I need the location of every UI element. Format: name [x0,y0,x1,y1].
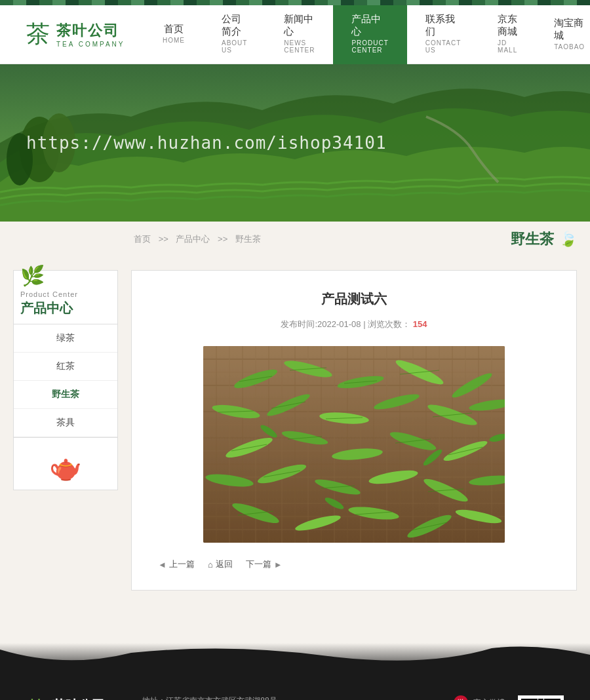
logo-text: 茶叶公司 TEA COMPANY [56,21,125,48]
main-nav: 首页 HOME 公司简介 ABOUT US 新闻中心 NEWS CENTER 产… [144,5,590,64]
sidebar-label-cn: 产品中心 [20,300,111,317]
logo-tea-icon: 茶 [26,18,50,50]
sidebar-header: 🌿 Product Center 产品中心 [13,270,118,324]
article-title: 产品测试六 [158,290,550,308]
qr-code [518,695,564,700]
back-icon: ⌂ [208,560,213,570]
footer-logo-icon: 茶 [26,695,46,700]
hero-banner: https://www.huzhan.com/ishop34101 [0,64,590,222]
page-category-title: 野生茶 [511,229,554,249]
hero-url-text: https://www.huzhan.com/ishop34101 [26,133,387,153]
back-link[interactable]: ⌂ 返回 [208,558,233,570]
footer-right: 微 官方微博 信 官方微信 ☎ 联系我们 [454,695,564,700]
nav-product[interactable]: 产品中心 PRODUCT CENTER [333,5,406,64]
prev-label: 上一篇 [169,558,195,570]
footer-transition [0,643,590,676]
sidebar-menu: 绿茶 红茶 野生茶 茶具 [13,324,118,438]
article-content: 产品测试六 发布时间:2022-01-08 | 浏览次数： 154 [131,270,577,591]
next-arrow-icon: ► [274,560,283,570]
sidebar-item-wild-tea[interactable]: 野生茶 [14,381,117,409]
back-label: 返回 [216,558,233,570]
breadcrumb: 首页 >> 产品中心 >> 野生茶 [131,233,264,245]
sidebar-item-tea-ware[interactable]: 茶具 [14,409,117,437]
site-footer: 茶 茶叶公司 TEA COMPANY 地址：江苏省南京市玄武区玄武湖88号 电话… [0,676,590,700]
main-layout: 🌿 Product Center 产品中心 绿茶 红茶 野生茶 茶具 🫖 产品测… [0,257,590,604]
prev-article-link[interactable]: ◄ 上一篇 [158,558,195,570]
article-image [203,346,505,543]
article-views-label: 浏览次数： [368,319,410,329]
article-date: 发布时间:2022-01-08 [281,319,361,329]
weibo-label: 官方微博 [473,697,505,701]
leaf-decoration-icon: 🍃 [559,231,577,248]
site-header: 茶 茶叶公司 TEA COMPANY 首页 HOME 公司简介 ABOUT US… [0,5,590,64]
sidebar-item-red-tea[interactable]: 红茶 [14,353,117,381]
breadcrumb-right: 野生茶 🍃 [511,229,577,249]
footer-social: 微 官方微博 信 官方微信 ☎ 联系我们 [454,695,505,700]
nav-jd[interactable]: 京东商城 JD MALL [479,5,536,64]
footer-content: 茶 茶叶公司 TEA COMPANY 地址：江苏省南京市玄武区玄武湖88号 电话… [26,695,564,700]
nav-about[interactable]: 公司简介 ABOUT US [203,5,266,64]
article-meta: 发布时间:2022-01-08 | 浏览次数： 154 [158,319,550,330]
sidebar-label-en: Product Center [20,290,111,298]
footer-address: 地址：江苏省南京市玄武区玄武湖88号 [142,695,427,700]
breadcrumb-current: 野生茶 [235,234,261,244]
breadcrumb-product[interactable]: 产品中心 [176,234,210,244]
nav-home[interactable]: 首页 HOME [144,5,203,64]
logo-en: TEA COMPANY [56,41,125,48]
article-view-count: 154 [413,319,427,329]
social-weibo[interactable]: 微 官方微博 [454,695,505,700]
weibo-icon: 微 [454,695,468,700]
footer-logo-text: 茶叶公司 TEA COMPANY [52,697,116,700]
footer-logo[interactable]: 茶 茶叶公司 TEA COMPANY [26,695,116,700]
next-article-link[interactable]: 下一篇 ► [246,558,283,570]
prev-arrow-icon: ◄ [158,560,167,570]
teapot-icon: 🫖 [49,452,82,483]
nav-taobao[interactable]: 淘宝商城 TAOBAO [536,5,590,64]
tea-leaves-svg [203,346,505,543]
bottom-spacer [0,604,590,643]
next-label: 下一篇 [246,558,271,570]
site-logo[interactable]: 茶 茶叶公司 TEA COMPANY [26,18,144,50]
logo-cn: 茶叶公司 [56,21,125,41]
nav-contact[interactable]: 联系我们 CONTACT US [407,5,479,64]
article-navigation: ◄ 上一篇 ⌂ 返回 下一篇 ► [158,558,550,570]
breadcrumb-row: 首页 >> 产品中心 >> 野生茶 野生茶 🍃 [0,222,590,257]
breadcrumb-home[interactable]: 首页 [134,234,151,244]
sidebar: 🌿 Product Center 产品中心 绿茶 红茶 野生茶 茶具 🫖 [13,270,118,591]
sidebar-item-green-tea[interactable]: 绿茶 [14,324,117,353]
footer-logo-cn: 茶叶公司 [52,697,116,700]
breadcrumb-sep2: >> [218,234,230,244]
breadcrumb-sep1: >> [159,234,171,244]
nav-news[interactable]: 新闻中心 NEWS CENTER [266,5,333,64]
sidebar-bottom-decoration: 🫖 [13,438,118,490]
sidebar-leaf-icon: 🌿 [20,264,45,287]
footer-info: 地址：江苏省南京市玄武区玄武湖88号 电话：400-8█████████████… [116,695,454,700]
